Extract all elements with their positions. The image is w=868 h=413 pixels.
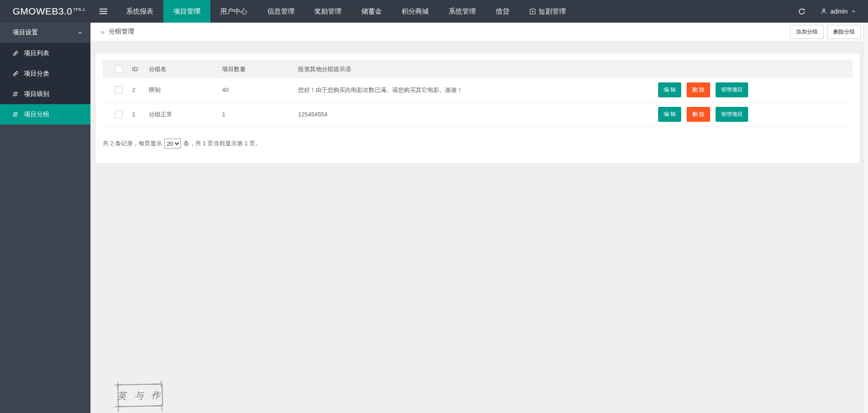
delete-button[interactable]: 删 除: [687, 107, 710, 122]
list-icon: [12, 111, 19, 118]
sidebar-toggle-button[interactable]: [90, 0, 116, 23]
table-row: 1 分组正常 1 125454554 编 辑 删 除 管理项目: [103, 102, 853, 127]
cell-id: 1: [132, 111, 149, 118]
page-content: ID 分组名 项目数量 投资其他分组提示语 2 限制 40 您好！由于您购买此电…: [90, 41, 868, 413]
nav-item-label: 信息管理: [267, 7, 294, 16]
cell-prompt: 您好！由于您购买此电影次数已满。请您购买其它电影。谢谢！: [298, 86, 658, 94]
watermark-stamp: 英 与 作: [117, 384, 163, 407]
delete-button[interactable]: 删 除: [687, 82, 710, 97]
breadcrumb-chevrons-icon: »: [100, 28, 104, 36]
row-checkbox[interactable]: [115, 110, 123, 118]
username: admin: [830, 8, 848, 15]
nav-item-label: 项目管理: [173, 7, 200, 16]
nav-item-loans[interactable]: 借贷: [486, 0, 519, 23]
sidebar-item-project-group[interactable]: 项目分组: [0, 104, 90, 125]
column-header-prompt: 投资其他分组提示语: [298, 65, 658, 73]
column-header-id: ID: [132, 66, 149, 72]
group-table-card: ID 分组名 项目数量 投资其他分组提示语 2 限制 40 您好！由于您购买此电…: [96, 53, 859, 163]
table-row: 2 限制 40 您好！由于您购买此电影次数已满。请您购买其它电影。谢谢！ 编 辑…: [103, 78, 853, 102]
nav-item-reports[interactable]: 系统报表: [116, 0, 163, 23]
nav-item-projects[interactable]: 项目管理: [163, 0, 210, 23]
nav-item-label: 积分商城: [402, 7, 429, 16]
per-page-select[interactable]: 20: [164, 139, 181, 149]
pagination-prefix: 共 2 条记录，每页显示: [103, 139, 162, 148]
list-icon: [12, 91, 19, 97]
nav-item-label: 短剧管理: [539, 7, 566, 16]
top-navbar: GMOWEB3.0TP5.1 系统报表 项目管理 用户中心 信息管理 奖励管理 …: [0, 0, 868, 23]
cell-count: 40: [222, 86, 298, 93]
nav-item-info[interactable]: 信息管理: [257, 0, 304, 23]
column-header-count: 项目数量: [222, 65, 298, 73]
link-icon: [12, 70, 19, 77]
manage-projects-button[interactable]: 管理项目: [716, 107, 748, 122]
nav-item-savings[interactable]: 储蓄金: [351, 0, 392, 23]
nav-item-points-mall[interactable]: 积分商城: [392, 0, 439, 23]
sidebar-item-label: 项目分类: [24, 70, 49, 78]
user-icon: [820, 8, 827, 15]
nav-item-label: 奖励管理: [314, 7, 342, 16]
page-scrollbar[interactable]: [863, 23, 868, 413]
sidebar-item-label: 项目分组: [24, 110, 49, 119]
cell-name: 分组正常: [149, 110, 222, 119]
sidebar-item-project-category[interactable]: 项目分类: [0, 63, 90, 84]
nav-item-system[interactable]: 系统管理: [439, 0, 486, 23]
row-checkbox[interactable]: [115, 86, 123, 94]
edit-button[interactable]: 编 辑: [658, 107, 681, 122]
cell-prompt: 125454554: [298, 111, 658, 118]
column-header-name: 分组名: [149, 65, 222, 73]
cell-name: 限制: [149, 86, 222, 94]
chevron-up-icon: [851, 9, 856, 14]
nav-item-users[interactable]: 用户中心: [210, 0, 257, 23]
sidebar-item-label: 项目级别: [24, 90, 49, 98]
nav-item-label: 储蓄金: [361, 7, 382, 16]
chevron-down-icon: [77, 29, 83, 36]
sidebar-group-project-settings[interactable]: 项目设置: [0, 23, 90, 43]
refresh-icon: [798, 8, 806, 15]
watermark-text: 英 与 作: [117, 389, 163, 402]
sidebar-item-project-level[interactable]: 项目级别: [0, 84, 90, 104]
sidebar: 项目设置 项目列表 项目分类 项目级别 项目分组: [0, 23, 90, 413]
pagination: 共 2 条记录，每页显示 20 条，共 1 页当前显示第 1 页。: [103, 139, 853, 149]
add-group-button[interactable]: 添加分组: [790, 25, 824, 39]
delete-group-button[interactable]: 删除分组: [827, 25, 861, 39]
nav-item-label: 借贷: [496, 7, 509, 16]
refresh-button[interactable]: [789, 0, 815, 23]
nav-item-label: 系统报表: [126, 7, 153, 16]
nav-item-rewards[interactable]: 奖励管理: [304, 0, 351, 23]
logo-version: TP5.1: [73, 7, 85, 12]
user-menu[interactable]: admin: [815, 0, 868, 23]
manage-projects-button[interactable]: 管理项目: [716, 82, 748, 97]
sidebar-group-title: 项目设置: [13, 29, 77, 37]
cell-id: 2: [132, 86, 149, 93]
nav-item-short-drama[interactable]: 短剧管理: [519, 0, 576, 23]
page-title: 分组管理: [109, 28, 134, 36]
sidebar-item-label: 项目列表: [24, 49, 49, 58]
cell-count: 1: [222, 111, 298, 118]
select-all-checkbox[interactable]: [115, 65, 123, 73]
sidebar-menu-group: 项目列表 项目分类 项目级别 项目分组: [0, 43, 90, 125]
sidebar-item-project-list[interactable]: 项目列表: [0, 43, 90, 63]
table-header-row: ID 分组名 项目数量 投资其他分组提示语: [103, 60, 853, 78]
logo: GMOWEB3.0TP5.1: [0, 0, 90, 23]
link-icon: [12, 50, 19, 57]
nav-item-label: 用户中心: [220, 7, 247, 16]
breadcrumb-bar: » 分组管理 添加分组 删除分组: [90, 23, 868, 41]
pagination-suffix: 条，共 1 页当前显示第 1 页。: [183, 139, 261, 148]
hamburger-icon: [100, 7, 107, 15]
edit-button[interactable]: 编 辑: [658, 82, 681, 97]
logo-text: GMOWEB3.0: [13, 6, 72, 16]
nav-item-label: 系统管理: [449, 7, 476, 16]
play-square-icon: [529, 8, 536, 15]
